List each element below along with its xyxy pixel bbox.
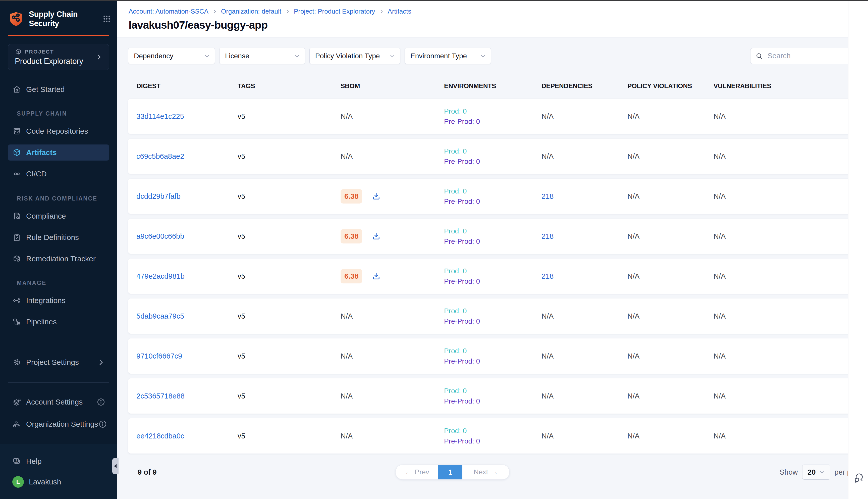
sbom-download-button[interactable]	[372, 192, 381, 201]
tag-value: v5	[238, 432, 340, 440]
table-row: 33d114e1c225 v5 N/A Prod: 0Pre-Prod: 0 N…	[128, 99, 864, 134]
sidebar-item-remediation-tracker[interactable]: Remediation Tracker	[8, 251, 109, 267]
sidebar-item-pipelines[interactable]: Pipelines	[8, 314, 109, 330]
main-area: Account: Automation-SSCA Organization: d…	[117, 0, 868, 499]
sbom-score-badge: 6.38	[340, 229, 362, 243]
sidebar-item-project-settings[interactable]: Project Settings	[8, 354, 109, 370]
digest-link[interactable]: dcdd29b7fafb	[136, 192, 181, 200]
sidebar-item-label: Get Started	[26, 85, 64, 94]
app-title: Supply Chain Security	[29, 10, 78, 28]
sbom-score-badge: 6.38	[340, 189, 362, 204]
sbom-na-value: N/A	[340, 432, 352, 440]
policy-violations-value: N/A	[628, 232, 714, 241]
info-icon[interactable]	[98, 419, 107, 429]
vulnerabilities-value: N/A	[714, 152, 864, 160]
column-header-dependencies: DEPENDENCIES	[542, 82, 628, 90]
user-menu[interactable]: L Lavakush	[12, 476, 109, 488]
breadcrumb-project[interactable]: Project: Product Exploratory	[294, 8, 375, 15]
tag-value: v5	[238, 272, 340, 280]
pager: ←Prev 1 Next→	[395, 465, 510, 480]
sidebar-collapse-handle[interactable]	[112, 458, 119, 474]
sidebar-item-help[interactable]: ? Help	[8, 453, 109, 469]
divider	[367, 191, 367, 202]
artifact-rows: 33d114e1c225 v5 N/A Prod: 0Pre-Prod: 0 N…	[128, 99, 864, 453]
vulnerabilities-value: N/A	[714, 392, 864, 400]
dependency-filter-label: Dependency	[134, 52, 173, 60]
digest-link[interactable]: 5dab9caa79c5	[136, 312, 184, 320]
org-settings-icon	[12, 419, 21, 429]
dependencies-link[interactable]: 218	[542, 232, 554, 240]
env-preprod-value: Pre-Prod: 0	[444, 397, 542, 405]
env-preprod-value: Pre-Prod: 0	[444, 158, 542, 166]
prev-page-button[interactable]: ←Prev	[396, 465, 438, 479]
environment-type-filter-label: Environment Type	[410, 52, 467, 60]
sidebar-item-account-settings[interactable]: Account Settings	[8, 394, 109, 410]
app-grid-icon[interactable]	[102, 15, 111, 23]
divider	[367, 230, 367, 242]
app-window: Supply Chain Security PROJECT Product Ex…	[0, 0, 868, 499]
chevron-down-icon	[480, 53, 486, 59]
sidebar-item-integrations[interactable]: Integrations	[8, 292, 109, 308]
avatar: L	[12, 476, 24, 488]
dependencies-link[interactable]: 218	[542, 192, 554, 200]
pipelines-icon	[12, 317, 21, 326]
project-label: PROJECT	[25, 49, 54, 55]
arrow-left-icon: ←	[405, 468, 412, 476]
sbom-score-badge: 6.38	[340, 269, 362, 283]
sbom-download-button[interactable]	[372, 272, 381, 281]
environment-type-filter[interactable]: Environment Type	[405, 48, 491, 64]
project-selector[interactable]: PROJECT Product Exploratory	[8, 44, 109, 70]
sidebar-item-label: Organization Settings	[26, 420, 98, 428]
env-preprod-value: Pre-Prod: 0	[444, 317, 542, 325]
info-icon[interactable]	[97, 398, 106, 406]
chevron-down-icon	[204, 53, 210, 59]
search-input[interactable]	[768, 52, 854, 60]
sbom-download-button[interactable]	[372, 232, 381, 241]
digest-link[interactable]: 33d114e1c225	[136, 112, 184, 120]
env-prod-value: Prod: 0	[444, 147, 542, 155]
digest-link[interactable]: c69c5b6a8ae2	[136, 152, 184, 160]
window-top-bar	[0, 0, 868, 1]
breadcrumb-organization[interactable]: Organization: default	[221, 8, 281, 15]
infinity-icon	[12, 169, 21, 179]
digest-link[interactable]: 9710cf6667c9	[136, 352, 182, 360]
filters-row: Dependency License Policy Violation Type…	[128, 48, 864, 64]
home-icon	[12, 85, 21, 94]
sidebar-item-label: Account Settings	[26, 398, 83, 406]
page-size-select[interactable]: 20	[802, 465, 830, 480]
search-icon	[756, 52, 763, 60]
breadcrumb-artifacts[interactable]: Artifacts	[388, 8, 411, 15]
env-prod-value: Prod: 0	[444, 427, 542, 435]
digest-link[interactable]: ee4218cdba0c	[136, 432, 184, 440]
sidebar-item-organization-settings[interactable]: Organization Settings	[8, 416, 109, 432]
sidebar-item-rule-definitions[interactable]: Rule Definitions	[8, 229, 109, 245]
right-utility-strip	[848, 1, 868, 499]
dependencies-link[interactable]: 218	[542, 272, 554, 280]
dependencies-na-value: N/A	[542, 312, 554, 320]
integrations-icon	[12, 296, 21, 305]
policy-violations-value: N/A	[628, 192, 714, 200]
chevron-right-icon	[95, 53, 103, 61]
sidebar-item-ci-cd[interactable]: CI/CD	[8, 166, 109, 182]
sidebar-divider	[8, 344, 109, 344]
dependency-filter[interactable]: Dependency	[128, 48, 215, 64]
digest-link[interactable]: a9c6e00c66bb	[136, 232, 184, 240]
chevron-right-icon	[379, 9, 384, 14]
policy-violation-type-filter[interactable]: Policy Violation Type	[309, 48, 400, 64]
tag-value: v5	[238, 352, 340, 360]
chevron-down-icon	[294, 53, 300, 59]
sidebar-item-get-started[interactable]: Get Started	[8, 82, 109, 97]
digest-link[interactable]: 2c5365718e88	[136, 392, 185, 400]
digest-link[interactable]: 479e2acd981b	[136, 272, 185, 280]
sidebar-item-compliance[interactable]: Compliance	[8, 208, 109, 224]
chat-support-icon[interactable]	[853, 472, 864, 484]
supply-chain-security-logo-icon	[8, 11, 24, 27]
breadcrumb-account[interactable]: Account: Automation-SSCA	[128, 8, 209, 15]
page-number-button[interactable]: 1	[438, 465, 462, 479]
breadcrumb: Account: Automation-SSCA Organization: d…	[128, 8, 868, 15]
sidebar-item-artifacts[interactable]: Artifacts	[8, 145, 109, 160]
sidebar-item-code-repositories[interactable]: Code Repositories	[8, 123, 109, 139]
next-page-button[interactable]: Next→	[462, 465, 509, 479]
svg-text:?: ?	[15, 459, 17, 462]
license-filter[interactable]: License	[219, 48, 305, 64]
